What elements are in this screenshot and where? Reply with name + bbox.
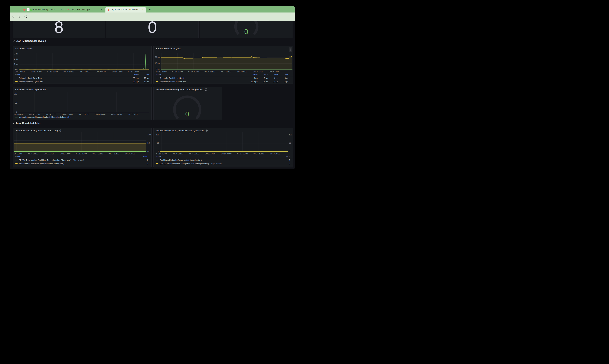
series-swatch	[15, 163, 18, 164]
series-swatch	[15, 78, 18, 78]
tick-label: 100	[153, 134, 159, 136]
panel-backfill-depth-mean: Scheduler Backfill Depth Mean 04/16 00:0…	[13, 87, 152, 120]
tick-label: 04/17 12:00	[110, 113, 123, 115]
tick-label: 04/16 18:00	[203, 71, 216, 73]
legend-col-min: Min	[278, 73, 288, 76]
tick-label: 04/17 12:00	[252, 71, 264, 73]
series-swatch	[156, 160, 158, 160]
tick-label: 04/16 18:00	[204, 153, 217, 155]
depth-mean-chart[interactable]: 04/16 00:0004/16 06:0004/16 12:0004/16 1…	[13, 87, 152, 120]
legend-row[interactable]: Scheduler Mean Cycle Time 19.4 µs 17 µs	[13, 80, 152, 84]
browser-window: DQ Cluster Monitoring | DQue ✕ DQ DQue H…	[10, 6, 295, 169]
tab-strip: DQ Cluster Monitoring | DQue ✕ DQ DQue H…	[10, 6, 295, 13]
legend-col-min: Min	[139, 73, 149, 76]
panel-tbj-stats: Total Backfilled Jobs (since last stats …	[153, 128, 293, 168]
tick-label: 04/17 18:00	[268, 71, 280, 73]
tick-label: 04/16 00:00	[155, 71, 168, 73]
window-chevron-down-icon[interactable]: ⌄	[291, 8, 292, 11]
legend-row[interactable]: Scheduler Last Cycle Time 27.4 µs 12 µs	[13, 76, 152, 80]
tick-label: 50	[13, 102, 17, 104]
tick-label: 04/17 06:00	[91, 153, 104, 155]
tab-close-icon[interactable]: ✕	[141, 8, 144, 11]
info-icon[interactable]: i	[205, 88, 207, 91]
tick-label: 04/17 18:00	[127, 113, 139, 115]
tick-label: 04/16 18:00	[62, 71, 75, 73]
gauge-panel-top[interactable]: 0	[200, 21, 293, 38]
tab-divider	[65, 8, 65, 11]
stat-panel-2[interactable]: 0	[106, 21, 199, 38]
tick-label: 04/17 12:00	[252, 153, 265, 155]
forward-icon[interactable]	[18, 15, 21, 18]
tick-label: 50	[289, 142, 293, 144]
legend-col-name: Name	[156, 73, 247, 76]
legend-row[interactable]: DELTA: Total Backfilled Jobs (since last…	[154, 162, 293, 166]
reload-icon[interactable]	[24, 15, 27, 18]
panel-backfill-scheduler-cycles: Backfill Scheduler Cycles 04/16 00:0004/…	[153, 46, 293, 84]
stat-panel-1[interactable]: 8	[13, 21, 105, 38]
series-swatch	[15, 160, 18, 160]
legend-row[interactable]: Total number Backfilled Jobs (since last…	[13, 162, 152, 166]
tick-label: 100	[13, 93, 17, 95]
tick-label: 1 ms	[13, 63, 18, 65]
tick-label: 04/16 18:00	[59, 153, 72, 155]
tick-label: 04/17 06:00	[236, 153, 249, 155]
tab-title: Cluster Monitoring | DQue	[30, 8, 59, 11]
tick-label: 0 µs	[153, 68, 160, 70]
stat-value: 8	[13, 21, 105, 35]
tick-label: 04/17 06:00	[94, 113, 107, 115]
series-swatch	[15, 81, 18, 82]
legend-row[interactable]: Scheduler Backfill Last Cycle 0 µs 0 µs …	[154, 76, 293, 80]
legend-row[interactable]: Total Backfilled Jobs (since last stats …	[154, 158, 293, 162]
grafana-logo-icon	[107, 8, 110, 11]
tick-label: 0 µs	[13, 68, 18, 70]
tick-label: 3 ms	[13, 53, 18, 55]
tick-label: 04/16 06:00	[28, 113, 41, 115]
panel-scheduler-cycles: Scheduler Cycles 04/16 00:0004/16 06:000…	[13, 46, 152, 84]
tick-label: 0	[147, 150, 152, 152]
tick-label: 04/17 00:00	[79, 71, 91, 73]
tick-label: 04/16 00:00	[13, 153, 23, 155]
section-slurm-scheduler-cycles[interactable]: SLURM Scheduler Cycles	[13, 39, 46, 42]
tab-hpc-manager[interactable]: DQ DQue HPC Manager ✕	[65, 7, 104, 13]
tab-close-icon[interactable]: ✕	[60, 8, 63, 11]
tick-label: 04/17 06:00	[235, 71, 248, 73]
tab-cluster-monitoring[interactable]: DQ Cluster Monitoring | DQue ✕	[25, 7, 64, 13]
tick-label: 04/17 18:00	[124, 153, 136, 155]
tick-label: 04/17 18:00	[127, 71, 140, 73]
tick-label: 04/16 06:00	[30, 71, 43, 73]
dque-favicon: DQ	[67, 8, 69, 11]
tick-label: 04/16 00:00	[155, 153, 168, 155]
legend-col-last: Last *	[281, 156, 290, 157]
tab-close-icon[interactable]: ✕	[100, 8, 103, 11]
tick-label: 04/16 12:00	[188, 153, 200, 155]
tick-label: 04/17 00:00	[220, 71, 232, 73]
tick-label: 04/17 00:00	[75, 153, 88, 155]
tick-label: 04/16 18:00	[61, 113, 74, 115]
tick-label: 04/17 06:00	[95, 71, 108, 73]
tick-label: 04/16 00:00	[13, 113, 25, 115]
tick-label: 04/16 00:00	[14, 71, 27, 73]
tick-label: 04/16 12:00	[45, 113, 57, 115]
legend-table: Name Mean Min Scheduler Last Cycle Time …	[13, 73, 152, 84]
stat-value: 0	[106, 21, 199, 35]
tab-title: DQue HPC Manager	[71, 8, 99, 11]
legend-row[interactable]: DELTA: Total number Backfilled Jobs (sin…	[13, 158, 152, 162]
section-chevron-down-icon	[13, 40, 14, 42]
tick-label: 10 µs	[153, 62, 160, 64]
legend-col-mean: Mean	[130, 73, 139, 76]
tick-label: 0	[153, 150, 159, 152]
tick-label: 04/17 12:00	[108, 153, 120, 155]
section-chevron-down-icon	[13, 123, 14, 124]
new-tab-button[interactable]: +	[149, 8, 151, 11]
legend-row[interactable]: Scheduler Backfill Mean Cycle 19.4 µs 24…	[154, 80, 293, 84]
tick-label: 6	[13, 134, 13, 136]
back-icon[interactable]	[12, 15, 15, 18]
legend-item[interactable]: Mean of processed jobs during backfillin…	[15, 116, 71, 118]
section-total-backfilled-jobs[interactable]: Total Backfilled Jobs	[13, 122, 41, 124]
tick-label: 04/16 12:00	[43, 153, 55, 155]
tick-label: 04/17 00:00	[220, 153, 233, 155]
gauge-value: 0	[168, 111, 206, 117]
tab-dque-dashboard-active[interactable]: DQue Dashboard - Dashboar ✕	[105, 7, 146, 13]
tick-label: 50	[153, 142, 159, 144]
legend-table: Name Last * Total Backfilled Jobs (since…	[154, 155, 293, 166]
